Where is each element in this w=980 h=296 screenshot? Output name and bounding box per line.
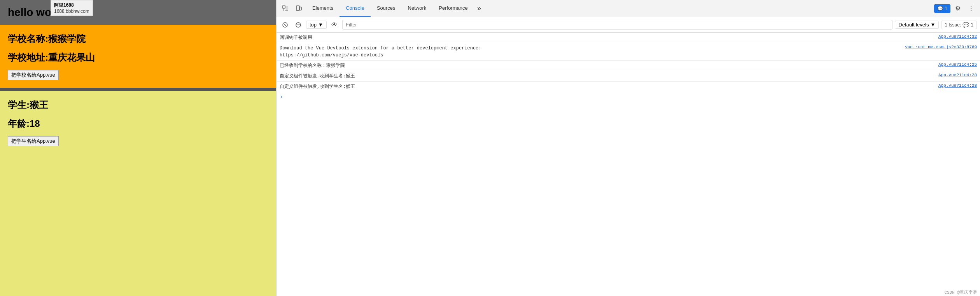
console-source[interactable]: App.vue?11c4:28 (907, 83, 977, 88)
section-divider (0, 88, 276, 91)
log-levels-selector[interactable]: Default levels ▼ (895, 21, 939, 29)
message-icon: 💬 (937, 6, 943, 11)
prompt-chevron-icon: › (280, 94, 283, 100)
tooltip-url: 1688.bbbhw.com (54, 9, 89, 14)
console-row: 回调钩子被调用 App.vue?11c4:32 (276, 33, 980, 43)
page-title: hello world! (8, 6, 268, 19)
school-address: 学校地址:重庆花果山 (8, 51, 268, 64)
devtools-panel: Elements Console Sources Network Perform… (276, 0, 980, 296)
svg-line-8 (284, 24, 286, 26)
tooltip-title: 阿里1688 (54, 2, 89, 9)
devtools-badge-btn[interactable]: 💬 1 (934, 4, 950, 13)
block-btn[interactable] (293, 19, 304, 30)
tab-sources[interactable]: Sources (371, 0, 402, 17)
watermark: CSDN @重庆李潜 (944, 289, 977, 295)
tab-elements[interactable]: Elements (306, 0, 340, 17)
badge-count: 1 (945, 6, 947, 11)
clear-console-btn[interactable] (280, 19, 290, 30)
console-row: 自定义组件被触发,收到学生名:猴王 App.vue?11c4:28 (276, 82, 980, 92)
chevron-down-icon-2: ▼ (930, 22, 935, 28)
browser-page: 阿里1688 1688.bbbhw.com hello world! 学校名称:… (0, 0, 276, 296)
console-message-vue: Download the Vue Devtools extension for … (280, 45, 902, 59)
btn-school-to-app[interactable]: 把学校名给App.vue (8, 70, 59, 80)
console-message: 自定义组件被触发,收到学生名:猴王 (280, 83, 904, 90)
tab-console[interactable]: Console (340, 0, 371, 17)
inspect-element-btn[interactable] (280, 3, 291, 14)
link-tooltip: 阿里1688 1688.bbbhw.com (51, 0, 93, 16)
vue-devtools-link[interactable]: https://github.com/vuejs/vue-devtools (280, 53, 383, 58)
top-label: top (310, 22, 317, 28)
issues-label: 1 Issue: (945, 22, 961, 28)
issues-icon: 💬 (962, 22, 969, 28)
school-name: 学校名称:猴猴学院 (8, 33, 268, 45)
console-output: 回调钩子被调用 App.vue?11c4:32 Download the Vue… (276, 33, 980, 296)
issues-count: 1 (971, 22, 973, 28)
chevron-down-icon: ▼ (318, 22, 323, 28)
tab-network[interactable]: Network (402, 0, 433, 17)
page-header: hello world! (0, 0, 276, 25)
svg-rect-5 (296, 6, 299, 11)
svg-rect-0 (283, 6, 285, 8)
console-message: 回调钩子被调用 (280, 34, 904, 41)
btn-student-to-app[interactable]: 把学生名给App.vue (8, 136, 59, 146)
settings-btn[interactable]: ⚙ (952, 3, 964, 14)
console-source[interactable]: App.vue?11c4:28 (907, 73, 977, 77)
devtools-tabs: Elements Console Sources Network Perform… (306, 0, 933, 17)
more-tabs-btn[interactable]: » (474, 5, 485, 12)
student-name: 学生:猴王 (8, 99, 268, 111)
devtools-topbar: Elements Console Sources Network Perform… (276, 0, 980, 17)
console-row: 已经收到学校的名称：猴猴学院 App.vue?11c4:25 (276, 61, 980, 71)
context-selector[interactable]: top ▼ (306, 21, 327, 29)
console-prompt: › (276, 92, 980, 102)
filter-input[interactable] (342, 20, 892, 30)
console-row: Download the Vue Devtools extension for … (276, 43, 980, 61)
devtools-right-icons: 💬 1 ⚙ ⋮ (934, 3, 977, 14)
student-section: 学生:猴王 年龄:18 把学生名给App.vue (0, 91, 276, 296)
school-section: 学校名称:猴猴学院 学校地址:重庆花果山 把学校名给App.vue (0, 25, 276, 88)
console-source[interactable]: App.vue?11c4:25 (907, 62, 977, 67)
console-source[interactable]: vue.runtime.esm.js?c320:8769 (905, 45, 977, 49)
device-toolbar-btn[interactable] (293, 3, 304, 14)
console-source[interactable]: App.vue?11c4:32 (907, 34, 977, 39)
tab-performance[interactable]: Performance (432, 0, 474, 17)
student-age: 年龄:18 (8, 117, 268, 130)
more-options-btn[interactable]: ⋮ (965, 3, 977, 14)
console-message: 已经收到学校的名称：猴猴学院 (280, 62, 904, 69)
console-message: 自定义组件被触发,收到学生名:猴王 (280, 73, 904, 80)
console-toolbar: top ▼ 👁 Default levels ▼ 1 Issue: 💬 1 (276, 17, 980, 33)
custom-formatters-btn[interactable]: 👁 (329, 19, 340, 30)
default-levels-label: Default levels (898, 22, 929, 28)
console-row: 自定义组件被触发,收到学生名:猴王 App.vue?11c4:28 (276, 71, 980, 82)
issues-badge[interactable]: 1 Issue: 💬 1 (941, 21, 977, 29)
svg-rect-6 (300, 7, 301, 10)
